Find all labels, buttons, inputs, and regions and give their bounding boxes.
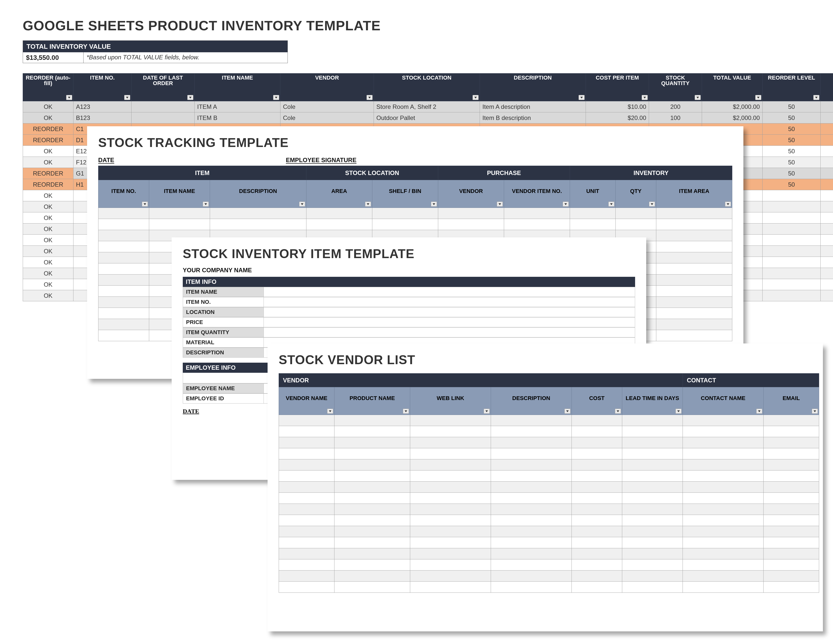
filter-dropdown-icon[interactable] bbox=[187, 95, 193, 100]
empty-cell[interactable] bbox=[764, 515, 819, 526]
empty-cell[interactable] bbox=[438, 208, 504, 219]
cell-total[interactable]: $2,000.00 bbox=[702, 101, 762, 113]
empty-cell[interactable] bbox=[572, 559, 622, 570]
svl-col-filter[interactable]: CONTACT NAME bbox=[683, 387, 764, 415]
cell-qty[interactable]: 100 bbox=[649, 113, 702, 124]
item-info-value[interactable] bbox=[264, 297, 635, 307]
cell-status[interactable]: OK bbox=[23, 201, 74, 213]
item-info-value[interactable] bbox=[264, 317, 635, 327]
empty-cell[interactable] bbox=[372, 208, 438, 219]
empty-cell[interactable] bbox=[334, 559, 410, 570]
empty-cell[interactable] bbox=[98, 286, 149, 297]
stt-col-filter[interactable]: QTY bbox=[616, 180, 656, 208]
cell-status[interactable]: OK bbox=[23, 268, 74, 279]
empty-cell[interactable] bbox=[491, 470, 572, 481]
cell-status[interactable]: OK bbox=[23, 213, 74, 224]
empty-cell[interactable] bbox=[279, 559, 334, 570]
cell-reorder[interactable]: 50 bbox=[762, 157, 821, 168]
empty-cell[interactable] bbox=[491, 448, 572, 459]
empty-cell[interactable] bbox=[410, 448, 491, 459]
empty-cell[interactable] bbox=[334, 504, 410, 515]
empty-cell[interactable] bbox=[764, 504, 819, 515]
empty-cell[interactable] bbox=[683, 426, 764, 437]
empty-cell[interactable] bbox=[622, 504, 683, 515]
cell-desc[interactable]: Item B description bbox=[480, 113, 586, 124]
filter-dropdown-icon[interactable] bbox=[642, 95, 648, 100]
empty-cell[interactable] bbox=[622, 570, 683, 581]
empty-cell[interactable] bbox=[410, 415, 491, 426]
empty-cell[interactable] bbox=[622, 581, 683, 593]
svl-col-filter[interactable]: DESCRIPTION bbox=[491, 387, 572, 415]
empty-cell[interactable] bbox=[764, 415, 819, 426]
empty-cell[interactable] bbox=[306, 219, 372, 230]
filter-dropdown-icon[interactable] bbox=[649, 201, 655, 206]
filter-dropdown-icon[interactable] bbox=[365, 201, 371, 206]
cell-days[interactable] bbox=[821, 235, 833, 246]
cell-status[interactable]: OK bbox=[23, 279, 74, 290]
cell-status[interactable]: REORDER bbox=[23, 124, 74, 135]
empty-cell[interactable] bbox=[504, 219, 570, 230]
cell-reorder[interactable]: 50 bbox=[762, 179, 821, 190]
cell-desc[interactable]: Item A description bbox=[480, 101, 586, 113]
cell-days[interactable] bbox=[821, 290, 833, 301]
inventory-col-filter[interactable]: ITEM NAME bbox=[195, 74, 280, 101]
empty-cell[interactable] bbox=[491, 415, 572, 426]
cell-status[interactable]: REORDER bbox=[23, 179, 74, 190]
empty-cell[interactable] bbox=[491, 504, 572, 515]
empty-cell[interactable] bbox=[334, 470, 410, 481]
empty-cell[interactable] bbox=[622, 459, 683, 470]
cell-reorder[interactable]: 50 bbox=[762, 113, 821, 124]
empty-cell[interactable] bbox=[279, 481, 334, 493]
cell-days[interactable]: 30 bbox=[821, 179, 833, 190]
inventory-col-filter[interactable]: COST PER ITEM bbox=[586, 74, 649, 101]
empty-cell[interactable] bbox=[334, 537, 410, 548]
cell-status[interactable]: OK bbox=[23, 224, 74, 235]
filter-dropdown-icon[interactable] bbox=[675, 409, 682, 414]
filter-dropdown-icon[interactable] bbox=[755, 95, 761, 100]
empty-cell[interactable] bbox=[622, 415, 683, 426]
empty-cell[interactable] bbox=[764, 548, 819, 559]
empty-cell[interactable] bbox=[306, 208, 372, 219]
cell-status[interactable]: OK bbox=[23, 235, 74, 246]
cell-reorder[interactable]: 50 bbox=[762, 124, 821, 135]
empty-cell[interactable] bbox=[491, 581, 572, 593]
filter-dropdown-icon[interactable] bbox=[273, 95, 279, 100]
empty-cell[interactable] bbox=[410, 548, 491, 559]
empty-cell[interactable] bbox=[572, 570, 622, 581]
item-info-value[interactable] bbox=[264, 308, 635, 317]
inventory-col-filter[interactable]: ITEM NO. bbox=[74, 74, 132, 101]
empty-cell[interactable] bbox=[622, 437, 683, 448]
cell-date[interactable] bbox=[132, 113, 195, 124]
empty-cell[interactable] bbox=[656, 319, 732, 330]
empty-cell[interactable] bbox=[656, 263, 732, 275]
filter-dropdown-icon[interactable] bbox=[756, 409, 762, 414]
cell-reorder[interactable] bbox=[762, 235, 821, 246]
empty-cell[interactable] bbox=[491, 459, 572, 470]
empty-cell[interactable] bbox=[98, 241, 149, 252]
empty-cell[interactable] bbox=[683, 415, 764, 426]
empty-cell[interactable] bbox=[622, 426, 683, 437]
cell-days[interactable]: 2 bbox=[821, 157, 833, 168]
empty-cell[interactable] bbox=[572, 504, 622, 515]
inventory-col-filter[interactable]: DATE OF LAST ORDER bbox=[132, 74, 195, 101]
empty-cell[interactable] bbox=[149, 219, 210, 230]
empty-cell[interactable] bbox=[764, 470, 819, 481]
empty-cell[interactable] bbox=[683, 526, 764, 537]
filter-dropdown-icon[interactable] bbox=[725, 201, 731, 206]
stt-col-filter[interactable]: ITEM AREA bbox=[656, 180, 732, 208]
filter-dropdown-icon[interactable] bbox=[813, 95, 819, 100]
empty-cell[interactable] bbox=[622, 515, 683, 526]
empty-cell[interactable] bbox=[334, 448, 410, 459]
cell-reorder[interactable] bbox=[762, 190, 821, 201]
filter-dropdown-icon[interactable] bbox=[124, 95, 130, 100]
filter-dropdown-icon[interactable] bbox=[66, 95, 72, 100]
stt-col-filter[interactable]: UNIT bbox=[570, 180, 616, 208]
empty-cell[interactable] bbox=[279, 437, 334, 448]
empty-cell[interactable] bbox=[683, 481, 764, 493]
empty-cell[interactable] bbox=[491, 426, 572, 437]
cell-reorder[interactable] bbox=[762, 257, 821, 268]
empty-cell[interactable] bbox=[616, 219, 656, 230]
empty-cell[interactable] bbox=[572, 415, 622, 426]
stt-col-filter[interactable]: ITEM NO. bbox=[98, 180, 149, 208]
inventory-col-filter[interactable]: REORDER (auto-fill) bbox=[23, 74, 74, 101]
